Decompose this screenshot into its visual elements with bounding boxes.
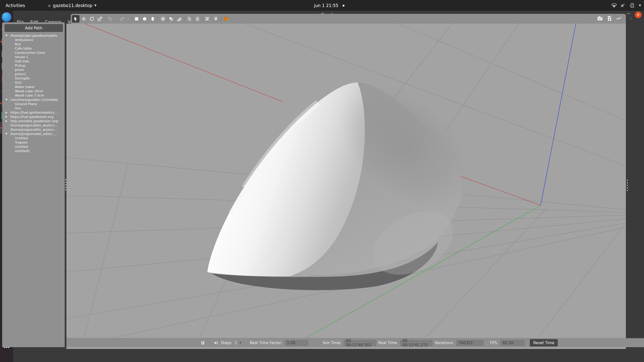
tree-item[interactable]: Bus — [2, 42, 64, 46]
box-icon — [134, 16, 139, 22]
dock-item-thunderbird[interactable] — [0, 11, 13, 23]
real-time-field: 00 00:12:41.271 — [400, 340, 432, 346]
tree-item[interactable]: ▶https://fuel.gazebosim.org — [2, 115, 64, 119]
tree-item-label: /home/jorge/catkin_ws/src/... — [10, 123, 57, 127]
rotate-icon — [89, 16, 95, 22]
tree-item-label: Sun — [15, 106, 21, 110]
log-record-button[interactable]: LOG — [606, 15, 613, 22]
scale-button[interactable] — [96, 15, 104, 23]
tree-item[interactable]: Untitled — [2, 145, 64, 149]
tree-item-label: Wood cube 10cm — [15, 89, 43, 93]
tree-item[interactable]: prism — [2, 68, 64, 72]
tree-item-label: /home/jorge/model_editor_... — [10, 132, 57, 136]
activities-button[interactable]: Activities — [4, 3, 27, 8]
right-panel-splitter[interactable] — [626, 14, 631, 349]
undo-button[interactable] — [106, 15, 114, 23]
tree-item[interactable]: Ground Plane — [2, 102, 64, 106]
spot-light-icon — [168, 16, 174, 22]
paste-icon — [195, 16, 200, 22]
tree-item[interactable]: SUV — [2, 80, 64, 85]
tree-item-label: prism1 — [15, 72, 26, 76]
chevron-down-icon: ▼ — [94, 4, 96, 7]
tree-item[interactable]: ▼/home/jorge/catkin_ws/src/... — [2, 123, 64, 127]
sphere-button[interactable] — [141, 15, 148, 23]
model-tree: ▼/home/jorge/.gazebo/modelsAmbulanceBusC… — [2, 33, 64, 347]
render-viewport[interactable] — [66, 24, 626, 349]
chevron-down-icon[interactable]: ▼ — [6, 33, 9, 38]
spot-light-button[interactable] — [167, 15, 175, 23]
cylinder-button[interactable] — [149, 15, 156, 23]
tree-item[interactable]: ▶https://fuel.ignitionrobotics.... — [2, 110, 64, 115]
step-button[interactable] — [213, 340, 218, 345]
redo-button[interactable] — [118, 15, 126, 23]
align-button[interactable] — [204, 15, 212, 23]
scale-icon — [97, 16, 103, 22]
point-light-button[interactable] — [159, 15, 167, 23]
tree-item[interactable]: ▼/home/jorge/.gazebo/models — [2, 33, 64, 38]
clock-menu[interactable]: jun 1 21:55 ● — [314, 0, 345, 11]
tree-item[interactable]: ▼/home/jorge/model_editor_... — [2, 132, 64, 136]
tree-item-label: Untitled — [15, 145, 28, 149]
tree-item[interactable]: Construction Cone — [2, 51, 64, 55]
tree-item[interactable]: ▶http://models.gazebosim.org/ — [2, 119, 64, 123]
tree-item[interactable]: Untitled1 — [2, 149, 64, 153]
iterations-label: Iterations: — [435, 341, 454, 345]
tree-item[interactable]: Trapeze — [2, 140, 64, 145]
tree-item[interactable]: Ambulance — [2, 38, 64, 42]
chevron-right-icon[interactable]: ▶ — [6, 115, 9, 119]
chevron-down-icon[interactable]: ▼ — [6, 98, 9, 102]
running-indicator-dot — [0, 103, 2, 104]
tree-item[interactable]: Water tower — [2, 85, 64, 89]
copy-icon — [187, 16, 192, 22]
undo-history-icon — [115, 16, 118, 22]
tree-item[interactable]: ▼/home/jorge/catkin_ws/src/... — [2, 127, 64, 132]
tree-item[interactable]: Oak tree — [2, 59, 64, 63]
chevron-right-icon[interactable]: ▶ — [6, 119, 9, 123]
undo-icon — [107, 16, 113, 22]
app-menu-label: gazebo11.desktop — [53, 3, 92, 8]
z-axis-line — [541, 24, 576, 205]
trapeze-model[interactable] — [207, 60, 492, 288]
view-angle-button[interactable] — [222, 15, 230, 23]
translate-button[interactable] — [80, 15, 88, 23]
tree-item[interactable]: Pickup — [2, 63, 64, 68]
steps-caret-icon[interactable]: ▼ — [239, 341, 242, 344]
tree-item[interactable]: Wood cube 7.5cm — [2, 93, 64, 98]
tree-item[interactable]: Untitled — [2, 136, 64, 140]
rtf-field: 1.00 — [285, 340, 308, 346]
steps-value[interactable]: 1 — [235, 341, 237, 345]
tree-item[interactable]: Wood cube 10cm — [2, 89, 64, 93]
paste-button[interactable] — [194, 15, 201, 23]
app-indicator-menu[interactable]: ⬖ gazebo11.desktop ▼ — [48, 3, 97, 8]
tree-item-label: https://fuel.gazebosim.org — [10, 115, 53, 119]
system-tray[interactable]: ▼ — [611, 0, 641, 11]
plot-window-button[interactable] — [615, 15, 623, 22]
pause-button[interactable] — [200, 340, 205, 345]
tree-item[interactable]: ▼/usr/share/gazebo-11/models — [2, 98, 64, 102]
tree-item[interactable]: House 1 — [2, 55, 64, 59]
tree-item[interactable]: Cafe table — [2, 46, 64, 51]
snap-button[interactable] — [212, 15, 220, 23]
add-path-button[interactable]: Add Path — [5, 24, 63, 32]
tree-item[interactable]: Stockpile — [2, 76, 64, 80]
undo-history-button[interactable] — [114, 15, 118, 23]
tree-item-label: http://models.gazebosim.org/ — [10, 119, 58, 123]
tree-item-label: Ground Plane — [15, 102, 37, 106]
tree-item[interactable]: prism1 — [2, 72, 64, 76]
tree-item-label: SUV — [15, 80, 22, 85]
rtf-label: Real Time Factor: — [250, 341, 282, 345]
chevron-down-icon[interactable]: ▼ — [6, 132, 9, 136]
reset-time-button[interactable]: Reset Time — [530, 339, 558, 346]
tree-item[interactable]: Sun — [2, 106, 64, 110]
box-button[interactable] — [133, 15, 140, 23]
tree-item-label: Construction Cone — [15, 51, 45, 55]
battery-icon — [629, 3, 635, 8]
screenshot-button[interactable] — [596, 15, 604, 22]
select-button[interactable] — [72, 15, 79, 23]
close-button[interactable]: ✕ — [635, 12, 641, 18]
directional-light-button[interactable] — [175, 15, 183, 23]
rotate-button[interactable] — [88, 15, 96, 23]
copy-button[interactable] — [186, 15, 193, 23]
chevron-right-icon[interactable]: ▶ — [6, 110, 9, 115]
redo-history-button[interactable] — [127, 15, 130, 23]
